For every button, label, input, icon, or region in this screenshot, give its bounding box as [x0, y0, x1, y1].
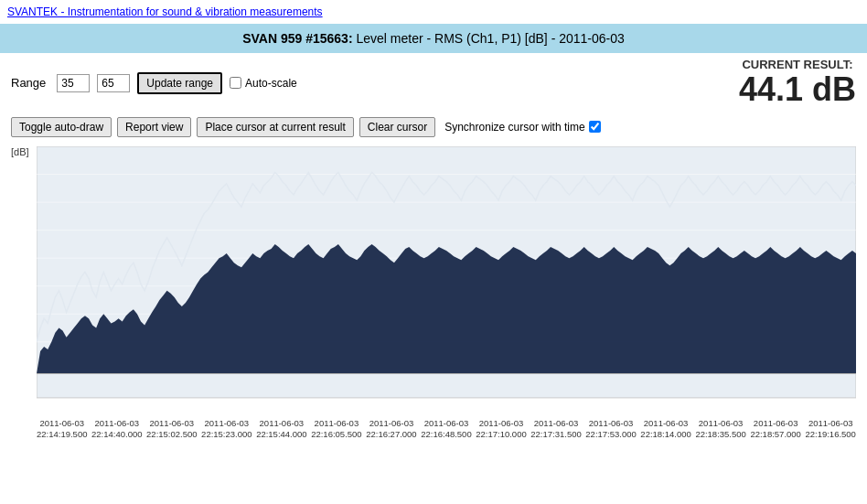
xlabel-6: 2011-06-0322:16:27.000 [366, 418, 416, 439]
xlabel-12: 2011-06-0322:18:35.500 [695, 418, 745, 439]
autoscale-checkbox[interactable] [230, 77, 241, 89]
title-details: - RMS (Ch1, P1) [dB] - 2011-06-03 [427, 31, 625, 46]
xlabel-1: 2011-06-0322:14:40.000 [91, 418, 142, 439]
yaxis-label: [dB] [11, 146, 29, 157]
current-result-value: 44.1 dB [739, 71, 856, 108]
xlabel-3: 2011-06-0322:15:23.000 [201, 418, 252, 439]
sync-cursor-label: Synchronize cursor with time [444, 121, 600, 134]
update-range-button[interactable]: Update range [137, 72, 222, 94]
title-bar: SVAN 959 #15663: Level meter - RMS (Ch1,… [0, 24, 867, 53]
place-cursor-button[interactable]: Place cursor at current result [197, 117, 353, 137]
title-device: SVAN 959 #15663: [242, 31, 352, 46]
xlabel-9: 2011-06-0322:17:31.500 [530, 418, 581, 439]
svantek-link[interactable]: SVANTEK - Instrumentation for sound & vi… [0, 0, 867, 24]
sync-cursor-checkbox[interactable] [589, 121, 601, 133]
xlabel-7: 2011-06-0322:16:48.500 [421, 418, 471, 439]
current-result-label: CURRENT RESULT: [739, 59, 856, 71]
autoscale-check: Auto-scale [230, 77, 297, 90]
xlabel-14: 2011-06-0322:19:16.500 [805, 418, 855, 439]
chart-svg: 61.6 57.8 54.0 50.2 46.4 42.6 38.8 35.0 [37, 146, 856, 416]
range-min-input[interactable] [57, 74, 90, 92]
range-max-input[interactable] [97, 74, 130, 92]
clear-cursor-button[interactable]: Clear cursor [359, 117, 435, 137]
toggle-autodraw-button[interactable]: Toggle auto-draw [11, 117, 112, 137]
autoscale-label: Auto-scale [245, 77, 297, 90]
xlabel-8: 2011-06-0322:17:10.000 [476, 418, 526, 439]
xlabel-5: 2011-06-0322:16:05.500 [311, 418, 361, 439]
xlabel-10: 2011-06-0322:17:53.000 [585, 418, 636, 439]
chart-area: [dB] 61.6 57.8 54.0 50.2 46.4 42.6 38.8 … [11, 146, 856, 439]
xlabel-0: 2011-06-0322:14:19.500 [37, 418, 87, 439]
chart-container: 61.6 57.8 54.0 50.2 46.4 42.6 38.8 35.0 [37, 146, 856, 416]
sync-cursor-text: Synchronize cursor with time [444, 121, 584, 134]
title-mode: Level meter [356, 31, 423, 46]
xlabel-4: 2011-06-0322:15:44.000 [256, 418, 306, 439]
xlabel-2: 2011-06-0322:15:02.500 [146, 418, 197, 439]
xaxis-labels: 2011-06-0322:14:19.500 2011-06-0322:14:4… [37, 418, 856, 439]
current-result-panel: CURRENT RESULT: 44.1 dB [739, 59, 856, 108]
report-view-button[interactable]: Report view [117, 117, 191, 137]
xlabel-11: 2011-06-0322:18:14.000 [640, 418, 690, 439]
range-label: Range [11, 76, 46, 90]
xlabel-13: 2011-06-0322:18:57.000 [750, 418, 800, 439]
controls-row: Range Update range Auto-scale CURRENT RE… [0, 53, 867, 113]
buttons-row: Toggle auto-draw Report view Place curso… [0, 113, 867, 141]
